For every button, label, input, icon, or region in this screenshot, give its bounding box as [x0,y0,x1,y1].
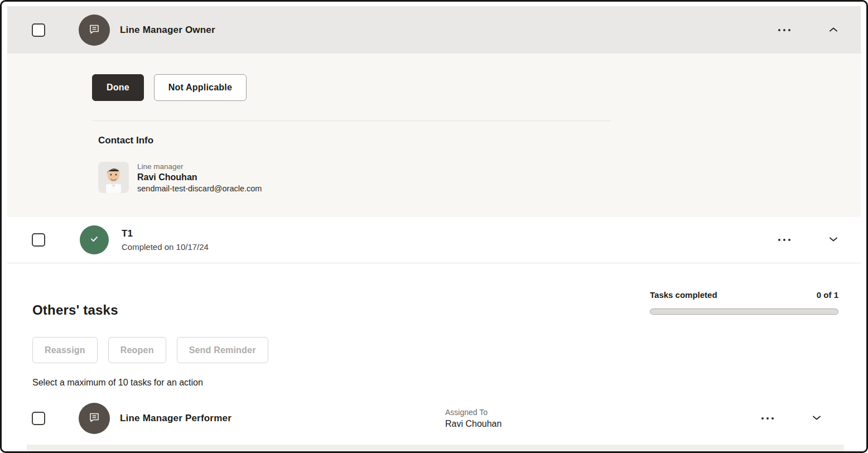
contact-card: Line manager Ravi Chouhan sendmail-test-… [98,162,861,193]
assigned-to-block: Assigned To Ravi Chouhan [445,408,501,429]
task-avatar [79,403,110,434]
performer-task-expand-button[interactable] [809,411,824,426]
chat-bubble-icon [88,22,101,38]
contact-role: Line manager [137,162,262,171]
progress-bar [650,309,838,315]
ellipsis-icon [778,239,790,241]
others-tasks-section: Others' tasks Tasks completed 0 of 1 Rea… [7,263,861,452]
send-reminder-button[interactable]: Send Reminder [177,337,268,363]
performer-task-menu-button[interactable] [758,414,777,423]
chevron-down-icon [828,235,838,245]
progress-label: Tasks completed [650,290,717,300]
checkmark-icon [88,233,100,247]
reopen-button[interactable]: Reopen [108,337,166,363]
t1-task-title: T1 [122,228,209,239]
chat-bubble-icon [88,411,101,426]
owner-task-detail-panel: Done Not Applicable Contact Info [7,54,861,217]
completed-status-badge [80,225,109,254]
t1-task-menu-button[interactable] [775,235,794,244]
owner-task-collapse-button[interactable] [826,23,841,37]
assigned-to-label: Assigned To [445,408,501,417]
performer-task-title: Line Manager Performer [120,413,232,424]
not-applicable-button[interactable]: Not Applicable [154,74,247,101]
chevron-up-icon [828,25,838,35]
contact-email: sendmail-test-discard@oracle.com [137,184,262,193]
contact-info-heading: Contact Info [98,135,861,146]
t1-task-row[interactable]: T1 Completed on 10/17/24 [7,217,861,263]
reassign-button[interactable]: Reassign [32,337,98,363]
t1-task-status: Completed on 10/17/24 [122,242,209,252]
owner-task-checkbox[interactable] [32,23,45,37]
done-button[interactable]: Done [92,74,144,101]
journey-tasks-panel: Line Manager Owner Done Not Applicable C… [0,0,868,453]
ellipsis-icon [778,29,790,31]
chevron-down-icon [812,413,822,423]
ellipsis-icon [761,417,774,420]
owner-task-menu-button[interactable] [775,26,794,35]
performer-task-row[interactable]: Line Manager Performer Assigned To Ravi … [32,397,838,440]
contact-photo [98,162,129,193]
panel-divider [92,121,611,121]
task-avatar [79,15,110,46]
selection-limit-note: Select a maximum of 10 tasks for an acti… [32,378,838,388]
t1-task-checkbox[interactable] [32,233,45,247]
next-section-edge [27,445,844,452]
contact-name: Ravi Chouhan [137,172,262,182]
owner-task-title: Line Manager Owner [120,25,215,36]
tasks-progress: Tasks completed 0 of 1 [650,290,838,315]
progress-count: 0 of 1 [817,290,838,300]
owner-task-row[interactable]: Line Manager Owner [7,6,861,54]
assigned-to-name: Ravi Chouhan [445,419,501,429]
performer-task-checkbox[interactable] [32,412,45,425]
t1-task-expand-button[interactable] [826,233,841,247]
others-tasks-heading: Others' tasks [32,302,118,318]
